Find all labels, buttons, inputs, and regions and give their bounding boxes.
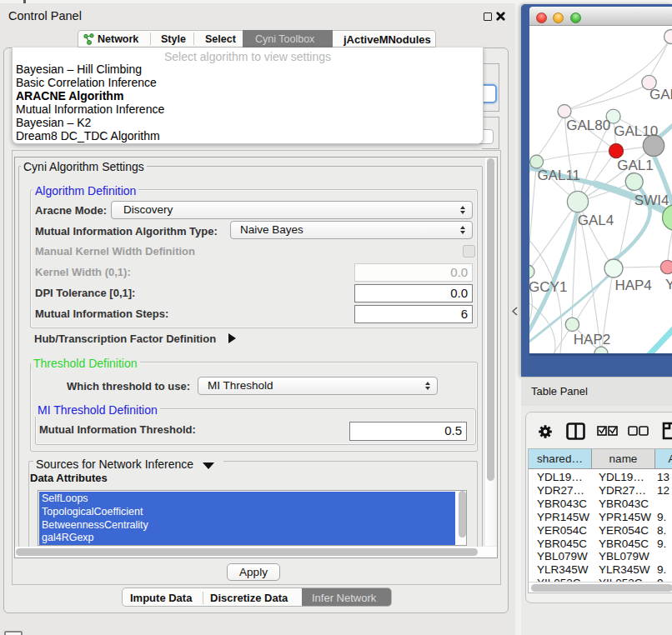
svg-text:HAP4: HAP4 [614, 278, 651, 293]
svg-text:GAL80: GAL80 [566, 118, 610, 133]
svg-text:GCY1: GCY1 [529, 279, 567, 295]
svg-text:GAL2: GAL2 [649, 87, 672, 102]
svg-text:Y: Y [665, 277, 672, 292]
svg-text:HAP2: HAP2 [574, 332, 610, 348]
svg-text:GAL10: GAL10 [614, 123, 658, 139]
svg-text:SWI4: SWI4 [634, 192, 669, 208]
svg-text:GAL11: GAL11 [537, 168, 580, 183]
svg-text:GAL1: GAL1 [617, 158, 653, 173]
svg-text:GAL4: GAL4 [578, 212, 614, 228]
